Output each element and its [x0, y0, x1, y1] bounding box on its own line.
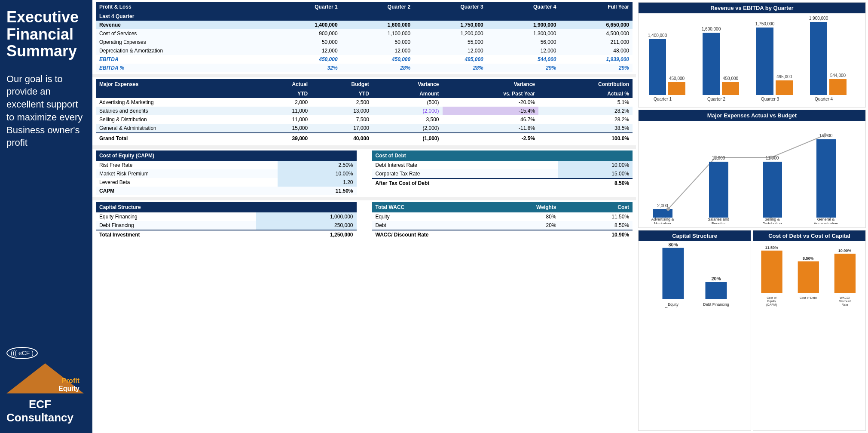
row-actual: 15,000	[255, 124, 311, 133]
cost-equity-section: Cost of Equity (CAPM) Rist Free Rate 2.5…	[96, 150, 357, 195]
tagline: Our goal is to provide an excellent supp…	[6, 73, 86, 149]
wacc-bar-label: 10.90%	[838, 249, 851, 253]
row-q1: 450,000	[268, 55, 341, 64]
row-q1: 32%	[268, 64, 341, 72]
adv-budget-dot	[666, 207, 670, 211]
q2-axis-label: Quarter 2	[707, 97, 726, 101]
pnl-subheader-label: Last 4 Quarter	[96, 12, 633, 21]
q1-ebitda-bar	[668, 82, 685, 95]
gen-xlabel2: Administration	[813, 221, 838, 224]
row-label: General & Administration	[96, 124, 255, 133]
me-sub-amount: Amount	[373, 89, 443, 98]
row-value: 250,000	[256, 221, 357, 230]
left-panel: Executive Financial Summary Our goal is …	[0, 0, 92, 433]
debt-bar	[706, 282, 727, 299]
table-row: Corporate Tax Rate 15.00%	[372, 169, 633, 178]
sal-budget-dot	[714, 156, 717, 159]
gen-xlabel: General &	[817, 217, 835, 221]
row-label: Equity	[372, 212, 480, 221]
me-sub-past-year: vs. Past Year	[443, 89, 539, 98]
sell-xlabel: Selling &	[764, 217, 780, 221]
right-panel: Revenue vs EBITDA by Quarter 1,400,000 4…	[636, 0, 868, 433]
me-header-row: Major Expenses Actual Budget Variance Va…	[96, 79, 633, 89]
grand-total-actual: 39,000	[255, 133, 311, 144]
table-row: EBITDA 450,000 450,000 495,000 544,000 1…	[96, 55, 633, 64]
total-investment-row: Total Investment 1,250,000	[96, 230, 357, 239]
major-expenses-section: Major Expenses Actual Budget Variance Va…	[92, 77, 636, 145]
equity-xlabel2: Financing	[665, 307, 682, 308]
row-label: Salaries and Benefits	[96, 107, 255, 115]
ce-title: Cost of Equity (CAPM)	[96, 150, 357, 161]
table-row: Market Risk Premium 10.00%	[96, 169, 357, 178]
pnl-col-label: Profit & Loss	[96, 2, 268, 12]
row-label: Market Risk Premium	[96, 169, 278, 178]
grand-total-var-pct: -2.5%	[443, 133, 539, 144]
row-label: Debt Interest Rate	[372, 161, 558, 169]
wacc-table: Total WACC Weights Cost Equity 80% 11.50…	[372, 202, 633, 239]
row-label: Selling & Distribution	[96, 115, 255, 124]
row-q3: 495,000	[414, 55, 487, 64]
adv-xlabel: Advertising &	[651, 217, 674, 221]
cost-comparison-title: Cost of Debt vs Cost of Capital	[753, 230, 865, 241]
row-var-amt: (2,000)	[373, 107, 443, 115]
equity-pct-label: 80%	[668, 243, 678, 247]
row-q2: 28%	[341, 64, 414, 72]
table-row: Equity 80% 11.50%	[372, 212, 633, 221]
capital-structure-table: Capital Structure Equity Financing 1,000…	[96, 202, 357, 239]
table-row: General & Administration 15,000 17,000 (…	[96, 124, 633, 133]
capital-structure-chart: Capital Structure 80% Equity Financing 2…	[638, 230, 751, 431]
capital-structure-svg: 80% Equity Financing 20% Debt Financing	[641, 243, 749, 308]
me-col-actual: Actual	[255, 79, 311, 89]
row-value: 2.50%	[278, 161, 357, 169]
gen-actual-bar	[816, 139, 836, 218]
me-col-var-pct: Variance	[443, 79, 539, 89]
row-label: Debt	[372, 221, 480, 230]
table-row: Levered Beta 1.20	[96, 178, 357, 187]
logo-area: ((( eCF ) Profit Equity ECF Consultancy	[6, 347, 86, 424]
row-contrib: 38.5%	[538, 124, 633, 133]
grand-total-label: Grand Total	[96, 133, 255, 144]
pnl-col-q3: Quarter 3	[414, 2, 487, 12]
revenue-ebitda-svg: 1,400,000 450,000 Quarter 1 1,600,000 45…	[643, 15, 861, 101]
q4-ebitda-bar	[829, 79, 847, 95]
me-sub-actual-pct: Actual %	[538, 89, 633, 98]
row-label: Advertising & Marketing	[96, 98, 255, 107]
ecf-circle-icon: ((( eCF )	[6, 347, 38, 359]
coe-xlabel3: (CAPM)	[766, 303, 777, 307]
table-row: Debt Interest Rate 10.00%	[372, 161, 633, 169]
coe-xlabel: Cost of	[767, 296, 776, 300]
budget-line	[668, 135, 825, 209]
table-row: Salaries and Benefits 11,000 13,000 (2,0…	[96, 107, 633, 115]
q3-ebitda-bar	[776, 80, 793, 95]
row-q1: 1,400,000	[268, 21, 341, 29]
row-actual: 11,000	[255, 107, 311, 115]
q3-revenue-bar	[756, 28, 773, 95]
ecf-logo: ((( eCF )	[6, 347, 40, 359]
row-q2: 1,100,000	[341, 29, 414, 38]
row-value: 10.00%	[278, 169, 357, 178]
wacc-bar	[834, 254, 856, 293]
wacc-total-label: WACC/ Discount Rate	[372, 230, 560, 239]
q2-rev-label: 1,600,000	[702, 27, 721, 31]
me-col-label: Major Expenses	[96, 79, 255, 89]
q2-ebitda-bar	[722, 82, 739, 95]
row-contrib: 5.1%	[538, 98, 633, 107]
row-q4: 1,300,000	[487, 29, 560, 38]
section-divider	[92, 74, 636, 77]
row-value: 1,000,000	[256, 212, 357, 221]
row-q4: 544,000	[487, 55, 560, 64]
me-sub-ytd-budget: YTD	[311, 89, 373, 98]
coe-bar	[761, 251, 782, 293]
me-col-var-amt: Variance	[373, 79, 443, 89]
bottom-charts-row: Capital Structure 80% Equity Financing 2…	[638, 230, 866, 431]
wacc-total-value: 10.90%	[560, 230, 633, 239]
cod-xlabel: Cost of Debt	[800, 296, 817, 300]
row-q1: 900,000	[268, 29, 341, 38]
row-q4: 29%	[487, 64, 560, 72]
table-row: After Tax Cost of Debt 8.50%	[372, 178, 633, 187]
cost-debt-table: Cost of Debt Debt Interest Rate 10.00% C…	[372, 150, 633, 187]
row-actual: 2,000	[255, 98, 311, 107]
row-q2: 450,000	[341, 55, 414, 64]
row-label: EBITDA %	[96, 64, 268, 72]
row-label: EBITDA	[96, 55, 268, 64]
